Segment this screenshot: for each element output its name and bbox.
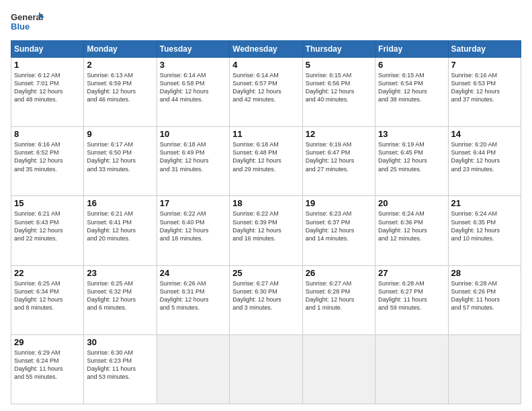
calendar-cell: 18Sunrise: 6:22 AMSunset: 6:39 PMDayligh…: [230, 196, 302, 265]
calendar-cell: 8Sunrise: 6:16 AMSunset: 6:52 PMDaylight…: [11, 127, 84, 196]
calendar-week-2: 15Sunrise: 6:21 AMSunset: 6:43 PMDayligh…: [11, 196, 521, 265]
calendar-cell: [375, 334, 448, 404]
calendar-cell: 3Sunrise: 6:14 AMSunset: 6:58 PMDaylight…: [157, 58, 229, 127]
calendar-cell: 1Sunrise: 6:12 AMSunset: 7:01 PMDaylight…: [11, 58, 84, 127]
day-number: 5: [306, 60, 372, 70]
day-number: 23: [87, 268, 153, 278]
page: General Blue SundayMondayTuesdayWednesda…: [0, 0, 532, 411]
cell-info: Sunrise: 6:18 AMSunset: 6:49 PMDaylight:…: [160, 140, 226, 173]
calendar-cell: 7Sunrise: 6:16 AMSunset: 6:53 PMDaylight…: [448, 58, 521, 127]
cell-info: Sunrise: 6:25 AMSunset: 6:34 PMDaylight:…: [14, 279, 81, 312]
calendar-cell: [448, 334, 521, 404]
calendar-cell: 29Sunrise: 6:29 AMSunset: 6:24 PMDayligh…: [11, 334, 84, 404]
day-number: 17: [160, 198, 226, 208]
calendar-cell: 12Sunrise: 6:19 AMSunset: 6:47 PMDayligh…: [302, 127, 375, 196]
calendar-cell: 13Sunrise: 6:19 AMSunset: 6:45 PMDayligh…: [375, 127, 448, 196]
day-number: 19: [306, 198, 372, 208]
svg-text:General: General: [11, 12, 43, 22]
cell-info: Sunrise: 6:24 AMSunset: 6:35 PMDaylight:…: [451, 210, 518, 242]
calendar-week-0: 1Sunrise: 6:12 AMSunset: 7:01 PMDaylight…: [11, 58, 521, 127]
cell-info: Sunrise: 6:23 AMSunset: 6:37 PMDaylight:…: [306, 210, 372, 242]
calendar-cell: 19Sunrise: 6:23 AMSunset: 6:37 PMDayligh…: [302, 196, 375, 265]
cell-info: Sunrise: 6:30 AMSunset: 6:23 PMDaylight:…: [87, 349, 153, 381]
calendar-cell: 28Sunrise: 6:28 AMSunset: 6:26 PMDayligh…: [448, 265, 521, 334]
cell-info: Sunrise: 6:12 AMSunset: 7:01 PMDaylight:…: [14, 71, 81, 104]
svg-text:Blue: Blue: [11, 21, 30, 32]
calendar-cell: 16Sunrise: 6:21 AMSunset: 6:41 PMDayligh…: [84, 196, 157, 265]
cell-info: Sunrise: 6:16 AMSunset: 6:53 PMDaylight:…: [451, 71, 518, 104]
day-header-tuesday: Tuesday: [157, 41, 229, 58]
day-number: 8: [14, 129, 81, 139]
cell-info: Sunrise: 6:22 AMSunset: 6:40 PMDaylight:…: [160, 210, 226, 242]
cell-info: Sunrise: 6:14 AMSunset: 6:58 PMDaylight:…: [160, 71, 226, 104]
calendar-cell: 15Sunrise: 6:21 AMSunset: 6:43 PMDayligh…: [11, 196, 84, 265]
calendar-cell: 6Sunrise: 6:15 AMSunset: 6:54 PMDaylight…: [375, 58, 448, 127]
day-number: 13: [378, 129, 445, 139]
calendar-cell: [157, 334, 229, 404]
day-number: 1: [14, 60, 81, 70]
day-number: 10: [160, 129, 226, 139]
calendar-cell: [230, 334, 302, 404]
cell-info: Sunrise: 6:28 AMSunset: 6:26 PMDaylight:…: [451, 279, 518, 312]
calendar-week-3: 22Sunrise: 6:25 AMSunset: 6:34 PMDayligh…: [11, 265, 521, 334]
calendar-cell: 5Sunrise: 6:15 AMSunset: 6:56 PMDaylight…: [302, 58, 375, 127]
day-header-sunday: Sunday: [11, 41, 84, 58]
day-number: 20: [378, 198, 445, 208]
calendar-cell: 4Sunrise: 6:14 AMSunset: 6:57 PMDaylight…: [230, 58, 302, 127]
cell-info: Sunrise: 6:21 AMSunset: 6:41 PMDaylight:…: [87, 210, 153, 242]
day-header-wednesday: Wednesday: [230, 41, 302, 58]
calendar-cell: 25Sunrise: 6:27 AMSunset: 6:30 PMDayligh…: [230, 265, 302, 334]
day-number: 25: [232, 268, 299, 278]
day-number: 9: [87, 129, 153, 139]
cell-info: Sunrise: 6:18 AMSunset: 6:48 PMDaylight:…: [232, 140, 299, 173]
cell-info: Sunrise: 6:25 AMSunset: 6:32 PMDaylight:…: [87, 279, 153, 312]
calendar-cell: 17Sunrise: 6:22 AMSunset: 6:40 PMDayligh…: [157, 196, 229, 265]
day-number: 21: [451, 198, 518, 208]
day-number: 11: [232, 129, 299, 139]
calendar-cell: 14Sunrise: 6:20 AMSunset: 6:44 PMDayligh…: [448, 127, 521, 196]
cell-info: Sunrise: 6:20 AMSunset: 6:44 PMDaylight:…: [451, 140, 518, 173]
day-number: 22: [14, 268, 81, 278]
day-number: 6: [378, 60, 445, 70]
day-number: 18: [232, 198, 299, 208]
cell-info: Sunrise: 6:14 AMSunset: 6:57 PMDaylight:…: [232, 71, 299, 104]
cell-info: Sunrise: 6:19 AMSunset: 6:45 PMDaylight:…: [378, 140, 445, 173]
day-header-monday: Monday: [84, 41, 157, 58]
cell-info: Sunrise: 6:15 AMSunset: 6:56 PMDaylight:…: [306, 71, 372, 104]
day-header-friday: Friday: [375, 41, 448, 58]
cell-info: Sunrise: 6:15 AMSunset: 6:54 PMDaylight:…: [378, 71, 445, 104]
day-number: 29: [14, 337, 81, 347]
day-number: 24: [160, 268, 226, 278]
calendar-cell: 30Sunrise: 6:30 AMSunset: 6:23 PMDayligh…: [84, 334, 157, 404]
day-number: 2: [87, 60, 153, 70]
calendar-cell: 9Sunrise: 6:17 AMSunset: 6:50 PMDaylight…: [84, 127, 157, 196]
calendar-cell: 27Sunrise: 6:28 AMSunset: 6:27 PMDayligh…: [375, 265, 448, 334]
calendar-cell: 2Sunrise: 6:13 AMSunset: 6:59 PMDaylight…: [84, 58, 157, 127]
day-number: 12: [306, 129, 372, 139]
calendar-header-row: SundayMondayTuesdayWednesdayThursdayFrid…: [11, 41, 521, 58]
day-number: 30: [87, 337, 153, 347]
day-number: 27: [378, 268, 445, 278]
calendar-cell: 20Sunrise: 6:24 AMSunset: 6:36 PMDayligh…: [375, 196, 448, 265]
day-number: 28: [451, 268, 518, 278]
cell-info: Sunrise: 6:27 AMSunset: 6:28 PMDaylight:…: [306, 279, 372, 312]
cell-info: Sunrise: 6:17 AMSunset: 6:50 PMDaylight:…: [87, 140, 153, 173]
header: General Blue: [11, 11, 521, 35]
day-number: 16: [87, 198, 153, 208]
calendar-week-4: 29Sunrise: 6:29 AMSunset: 6:24 PMDayligh…: [11, 334, 521, 404]
calendar-cell: 10Sunrise: 6:18 AMSunset: 6:49 PMDayligh…: [157, 127, 229, 196]
calendar-cell: 22Sunrise: 6:25 AMSunset: 6:34 PMDayligh…: [11, 265, 84, 334]
calendar-cell: 11Sunrise: 6:18 AMSunset: 6:48 PMDayligh…: [230, 127, 302, 196]
cell-info: Sunrise: 6:27 AMSunset: 6:30 PMDaylight:…: [232, 279, 299, 312]
cell-info: Sunrise: 6:22 AMSunset: 6:39 PMDaylight:…: [232, 210, 299, 242]
calendar-week-1: 8Sunrise: 6:16 AMSunset: 6:52 PMDaylight…: [11, 127, 521, 196]
day-number: 4: [232, 60, 299, 70]
logo: General Blue: [11, 11, 44, 35]
day-number: 14: [451, 129, 518, 139]
cell-info: Sunrise: 6:21 AMSunset: 6:43 PMDaylight:…: [14, 210, 81, 242]
calendar-cell: 26Sunrise: 6:27 AMSunset: 6:28 PMDayligh…: [302, 265, 375, 334]
calendar-cell: 23Sunrise: 6:25 AMSunset: 6:32 PMDayligh…: [84, 265, 157, 334]
cell-info: Sunrise: 6:19 AMSunset: 6:47 PMDaylight:…: [306, 140, 372, 173]
day-header-saturday: Saturday: [448, 41, 521, 58]
cell-info: Sunrise: 6:13 AMSunset: 6:59 PMDaylight:…: [87, 71, 153, 104]
